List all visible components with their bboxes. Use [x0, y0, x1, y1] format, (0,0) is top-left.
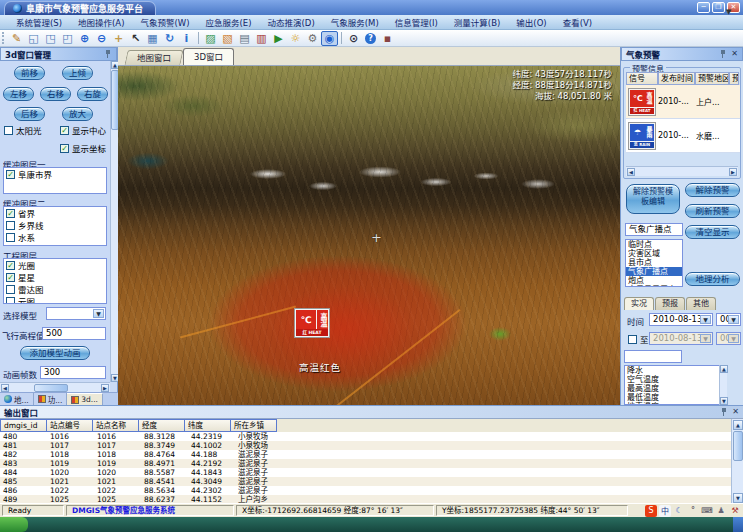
list-item[interactable]: 县市点: [626, 258, 682, 267]
checkbox-icon[interactable]: ✓: [6, 170, 15, 179]
add-model-anim-button[interactable]: 添加模型动画: [20, 346, 90, 360]
column-header[interactable]: 发布时间: [658, 72, 695, 85]
checkbox-icon[interactable]: ✓: [6, 261, 15, 270]
list-item[interactable]: 最高温度: [625, 384, 726, 393]
column-header[interactable]: 经度: [138, 419, 185, 432]
warning-row[interactable]: ℃高温红 HEAT WAVE2010-...上户...: [626, 85, 740, 119]
tab-map-window[interactable]: 地图窗口: [124, 50, 183, 65]
layer-item[interactable]: ✓省界: [4, 207, 106, 219]
nav-button[interactable]: 后移: [14, 107, 45, 121]
column-header[interactable]: 站点名称: [92, 419, 139, 432]
pin-icon[interactable]: [105, 50, 112, 58]
table-row[interactable]: 4861022102288.563444.2302滋泥泉子: [0, 486, 731, 495]
nav-button[interactable]: 右移: [40, 87, 71, 101]
column-header[interactable]: 信号: [626, 72, 658, 85]
list-item[interactable]: 灾害区域: [626, 249, 682, 258]
menu-item[interactable]: 系统管理(S): [8, 15, 70, 29]
column-header[interactable]: 预警地区: [695, 72, 729, 85]
menu-item[interactable]: 地图操作(A): [70, 15, 132, 29]
dock-tab[interactable]: 功...: [34, 393, 68, 405]
menu-item[interactable]: 测量计算(B): [446, 15, 508, 29]
scroll-down-icon[interactable]: ▼: [733, 493, 743, 503]
light-icon[interactable]: ☼: [287, 31, 304, 46]
chevron-down-icon[interactable]: ▼: [728, 315, 739, 324]
column-header[interactable]: 预警: [729, 72, 739, 85]
column-header[interactable]: 所在乡镇: [230, 419, 277, 432]
nav-button[interactable]: 放大: [62, 107, 93, 121]
scroll-right-icon[interactable]: ▶: [101, 384, 109, 392]
globe-3d-icon[interactable]: ◉: [321, 31, 338, 46]
print-icon[interactable]: ▤: [236, 31, 253, 46]
tab-实况[interactable]: 实况: [624, 297, 654, 310]
checkbox-icon[interactable]: [6, 221, 15, 230]
menu-item[interactable]: 信息管理(I): [387, 15, 446, 29]
checkbox-icon[interactable]: [628, 335, 637, 344]
user-icon[interactable]: ♟: [715, 505, 727, 517]
checkbox-icon[interactable]: ✓: [60, 144, 69, 153]
list-item[interactable]: 最低温度: [625, 393, 726, 402]
pin-icon[interactable]: [721, 408, 728, 416]
list-item[interactable]: 炮点: [626, 276, 682, 285]
dock-tab[interactable]: 3d...: [67, 393, 103, 405]
punctuation-icon[interactable]: °: [687, 505, 699, 517]
table-row[interactable]: 4841020102088.558744.1843滋泥泉子: [0, 468, 731, 477]
date-from-picker[interactable]: 2010-08-13 ▼: [649, 313, 713, 326]
pan-icon[interactable]: +: [110, 31, 127, 46]
left-panel-hscrollbar[interactable]: ◀ ▶: [0, 382, 110, 392]
remove-warning-template-button[interactable]: 解除预警模板编辑: [626, 184, 680, 214]
zoom-out-window-icon[interactable]: ◳: [42, 31, 59, 46]
start-button-edge[interactable]: [0, 517, 28, 532]
refresh-icon[interactable]: ↻: [161, 31, 178, 46]
menu-item[interactable]: 气象服务(M): [323, 15, 387, 29]
tab-预报[interactable]: 预报: [655, 297, 685, 310]
scroll-up-icon[interactable]: ▲: [720, 365, 728, 373]
warning-hscrollbar[interactable]: ◀ ▶: [626, 166, 738, 176]
list-item[interactable]: 降水: [625, 366, 726, 375]
zoom-in-icon[interactable]: ⊕: [76, 31, 93, 46]
menu-item[interactable]: 应急服务(E): [198, 15, 260, 29]
layer-item[interactable]: 水系: [4, 231, 106, 243]
minimize-button[interactable]: ─: [697, 2, 710, 13]
help-icon[interactable]: ?: [362, 31, 379, 46]
show-center-checkbox[interactable]: ✓显示中心: [58, 124, 110, 136]
layer-item[interactable]: 云图: [4, 295, 106, 304]
scroll-down-icon[interactable]: ▼: [720, 397, 728, 405]
plot-icon[interactable]: ▥: [253, 31, 270, 46]
show-coord-checkbox[interactable]: ✓显示坐标: [58, 142, 110, 154]
warning-row[interactable]: ☂暴雨蓝 RAIN STORM2010-...水磨...: [626, 119, 740, 153]
restore-button[interactable]: ❐: [712, 2, 725, 13]
table-row[interactable]: 4851021102188.454144.3049滋泥泉子: [0, 477, 731, 486]
remove-warning-button[interactable]: 解除预警: [685, 183, 740, 197]
layer-item[interactable]: ✓阜康市界: [4, 168, 106, 180]
layer-item[interactable]: 雷达图: [4, 283, 106, 295]
settings-icon[interactable]: ⚙: [304, 31, 321, 46]
select-icon[interactable]: ↖: [127, 31, 144, 46]
column-header[interactable]: dmgis_id: [0, 419, 47, 432]
element-list-scrollbar[interactable]: ▲ ▼: [719, 365, 727, 405]
checkbox-icon[interactable]: [6, 297, 15, 305]
menu-item[interactable]: 气象预警(W): [132, 15, 197, 29]
scroll-thumb[interactable]: [34, 384, 68, 392]
layer-item[interactable]: 乡界线: [4, 219, 106, 231]
flight-height-input[interactable]: 500: [42, 327, 106, 340]
tab-3d-window[interactable]: 3D窗口: [183, 48, 234, 65]
zoom-window-icon[interactable]: ◰: [59, 31, 76, 46]
layer-item[interactable]: ✓星星: [4, 271, 106, 283]
table-row[interactable]: 4821018101888.476444.188滋泥泉子: [0, 450, 731, 459]
full-extent-icon[interactable]: ▦: [144, 31, 161, 46]
scroll-left-icon[interactable]: ◀: [627, 168, 635, 176]
tab-list-dropdown-icon[interactable]: ▼: [726, 8, 737, 16]
column-header[interactable]: 站点编号: [46, 419, 93, 432]
scroll-up-icon[interactable]: ▲: [733, 420, 743, 430]
zoom-out-icon[interactable]: ⊖: [93, 31, 110, 46]
dock-tab[interactable]: 地...: [0, 393, 34, 405]
checkbox-icon[interactable]: ✓: [6, 273, 15, 282]
column-header[interactable]: 纬度: [184, 419, 231, 432]
keyboard-icon[interactable]: ⌨: [701, 505, 713, 517]
sogou-icon[interactable]: S: [645, 505, 657, 517]
image-layer-icon[interactable]: ▨: [202, 31, 219, 46]
scroll-thumb[interactable]: [733, 431, 743, 461]
list-item[interactable]: 气象广播点: [626, 267, 682, 276]
geo-analysis-button[interactable]: 地理分析: [685, 272, 740, 286]
snapshot-icon[interactable]: ▧: [219, 31, 236, 46]
